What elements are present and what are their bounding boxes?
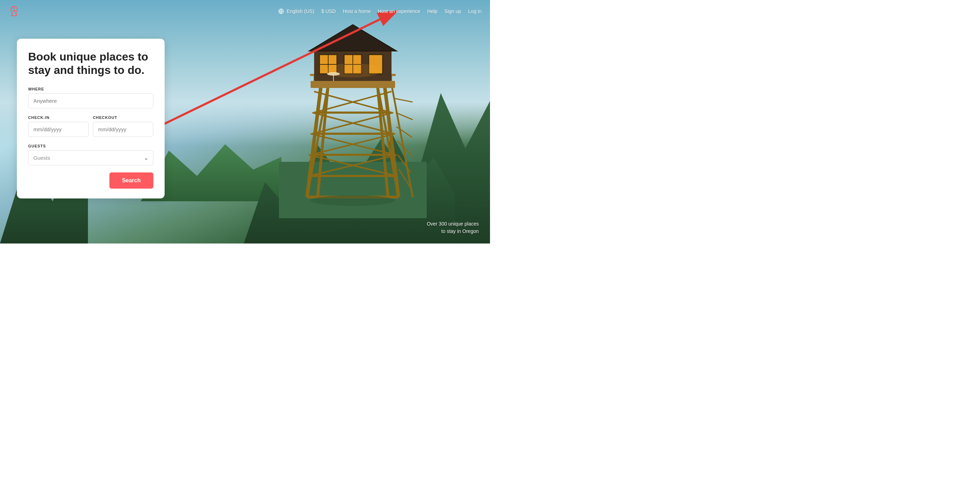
checkin-label: CHECK-IN	[28, 115, 89, 119]
help-link[interactable]: Help	[427, 8, 438, 14]
where-input[interactable]	[28, 93, 153, 108]
navbar-right: English (US) $ USD Host a home Host an e…	[278, 8, 482, 14]
svg-rect-27	[310, 81, 395, 88]
host-home-link[interactable]: Host a home	[343, 8, 371, 14]
navbar: English (US) $ USD Host a home Host an e…	[0, 0, 490, 22]
svg-line-23	[396, 127, 412, 137]
hero-heading: Book unique places to stay and things to…	[28, 50, 153, 77]
caption: Over 300 unique places to stay in Oregon	[427, 220, 479, 235]
checkin-group: CHECK-IN	[28, 115, 89, 137]
svg-marker-52	[309, 25, 397, 51]
guests-select-wrapper: Guests 1 guest 2 guests 3 guests 4 guest…	[28, 150, 153, 166]
checkout-input[interactable]	[93, 122, 153, 137]
language-selector[interactable]: English (US)	[278, 8, 315, 14]
guests-select[interactable]: Guests 1 guest 2 guests 3 guests 4 guest…	[28, 150, 153, 166]
checkin-input[interactable]	[28, 122, 89, 137]
host-experience-link[interactable]: Host an experience	[378, 8, 420, 14]
svg-point-56	[327, 72, 340, 76]
svg-point-57	[310, 195, 395, 206]
login-link[interactable]: Log in	[468, 8, 482, 14]
tower-illustration	[279, 14, 427, 220]
where-label: WHERE	[28, 87, 153, 91]
logo[interactable]	[8, 6, 20, 17]
guests-label: GUESTS	[28, 144, 153, 148]
svg-rect-0	[279, 162, 427, 218]
caption-line2: to stay in Oregon	[427, 228, 479, 235]
date-row: CHECK-IN CHECKOUT	[28, 115, 153, 137]
currency-selector[interactable]: $ USD	[321, 8, 336, 14]
svg-line-21	[395, 99, 413, 102]
checkout-label: CHECKOUT	[93, 115, 153, 119]
checkout-group: CHECKOUT	[93, 115, 153, 137]
where-group: WHERE	[28, 87, 153, 108]
search-btn-row: Search	[28, 172, 153, 189]
guests-group: GUESTS Guests 1 guest 2 guests 3 guests …	[28, 144, 153, 166]
search-card: Book unique places to stay and things to…	[17, 39, 165, 199]
language-label: English (US)	[287, 8, 315, 14]
signup-link[interactable]: Sign up	[444, 8, 461, 14]
caption-line1: Over 300 unique places	[427, 220, 479, 228]
search-button[interactable]: Search	[110, 172, 153, 189]
